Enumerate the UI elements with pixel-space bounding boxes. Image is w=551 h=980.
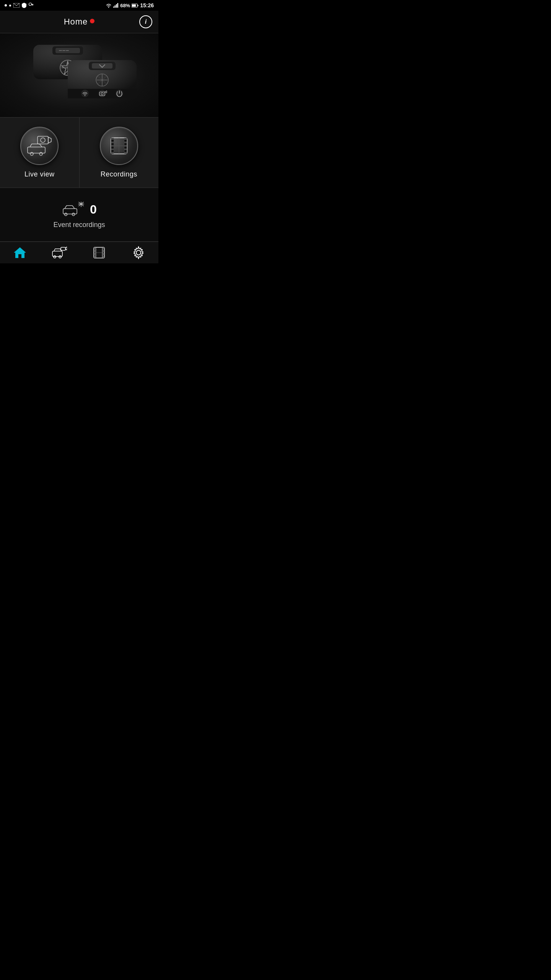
bottom-nav	[0, 242, 158, 263]
svg-rect-78	[94, 252, 96, 253]
film-strip-icon	[108, 135, 130, 157]
svg-rect-45	[28, 147, 45, 153]
svg-rect-53	[111, 147, 114, 149]
event-recordings-label: Event recordings	[53, 221, 105, 229]
svg-marker-44	[48, 137, 51, 143]
svg-rect-4	[33, 5, 33, 6]
event-section: 0 Event recordings	[0, 188, 158, 242]
info-button[interactable]: i	[139, 15, 152, 28]
svg-rect-11	[138, 5, 139, 6]
svg-rect-6	[115, 5, 116, 8]
event-count: 0	[90, 203, 97, 217]
svg-rect-7	[116, 4, 117, 8]
svg-rect-55	[124, 140, 127, 142]
recordings-label: Recordings	[101, 170, 137, 178]
main-menu: Live view	[0, 118, 158, 188]
svg-point-84	[136, 250, 141, 255]
dot2-icon	[9, 5, 11, 7]
nav-live-button[interactable]	[40, 242, 80, 263]
svg-rect-72	[61, 247, 65, 250]
status-bar: 68% 15:26	[0, 0, 158, 11]
svg-point-63	[72, 213, 75, 216]
svg-point-70	[54, 256, 56, 258]
svg-rect-56	[124, 143, 127, 145]
settings-icon	[132, 246, 145, 260]
svg-rect-51	[111, 140, 114, 142]
battery-percentage: 68%	[120, 3, 130, 8]
svg-rect-42	[37, 136, 48, 144]
svg-marker-73	[65, 247, 67, 250]
live-view-icon-circle	[20, 127, 59, 165]
event-row: 0	[62, 202, 97, 217]
svg-rect-82	[103, 255, 104, 256]
svg-rect-10	[132, 4, 136, 7]
home-icon	[13, 246, 27, 260]
svg-point-43	[41, 138, 45, 142]
status-left	[5, 3, 33, 8]
header-title-area: Home	[64, 17, 95, 27]
svg-rect-3	[32, 5, 33, 6]
live-view-label: Live view	[24, 170, 55, 178]
nav-home-button[interactable]	[0, 242, 40, 263]
shield-icon	[22, 3, 26, 8]
status-right: 68% 15:26	[106, 2, 154, 8]
nav-film-icon	[92, 246, 106, 260]
svg-point-1	[29, 3, 32, 6]
dashcam-devices	[18, 37, 140, 114]
gmail-icon	[13, 3, 20, 8]
svg-rect-2	[31, 4, 34, 5]
dot1-icon	[5, 4, 7, 7]
app-header: Home i	[0, 11, 158, 33]
svg-rect-52	[111, 143, 114, 145]
recordings-button[interactable]: Recordings	[80, 118, 159, 188]
svg-rect-81	[103, 252, 104, 253]
live-view-button[interactable]: Live view	[0, 118, 80, 188]
svg-rect-57	[124, 147, 127, 149]
svg-point-47	[39, 152, 42, 155]
collision-icon	[62, 202, 85, 217]
recording-indicator	[90, 19, 95, 23]
svg-rect-79	[94, 255, 96, 256]
svg-rect-77	[94, 249, 96, 250]
page-title: Home	[64, 17, 88, 27]
key-icon	[29, 3, 33, 8]
signal-icon	[113, 3, 119, 8]
svg-rect-5	[113, 7, 114, 8]
battery-icon	[132, 3, 139, 8]
svg-rect-54	[111, 150, 114, 152]
svg-point-71	[59, 256, 61, 258]
svg-point-62	[65, 213, 67, 216]
live-camera-icon	[52, 246, 67, 260]
time-display: 15:26	[140, 2, 154, 8]
camera-car-icon	[26, 136, 53, 157]
svg-rect-80	[103, 249, 104, 250]
svg-rect-8	[117, 3, 119, 8]
nav-settings-button[interactable]	[119, 242, 159, 263]
dashcam-front-device	[64, 56, 140, 110]
wifi-icon	[106, 3, 112, 8]
svg-rect-58	[124, 150, 127, 152]
device-image-area	[0, 33, 158, 118]
svg-point-46	[30, 152, 33, 155]
svg-marker-68	[14, 247, 26, 258]
recordings-icon-circle	[100, 127, 138, 165]
nav-recordings-button[interactable]	[79, 242, 119, 263]
